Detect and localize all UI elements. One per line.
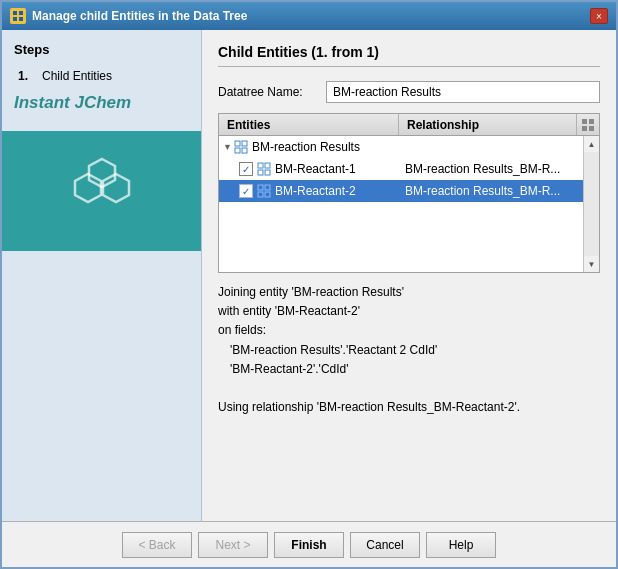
col-relationship-header: Relationship (399, 114, 577, 135)
finish-button[interactable]: Finish (274, 532, 344, 558)
sidebar: Steps 1. Child Entities Instant JChem (2, 30, 202, 521)
dialog-window: Manage child Entities in the Data Tree ×… (0, 0, 618, 569)
datatree-label: Datatree Name: (218, 85, 318, 99)
dialog-title: Manage child Entities in the Data Tree (32, 9, 247, 23)
group-name: BM-reaction Results (252, 140, 360, 154)
scroll-up-arrow[interactable]: ▲ (588, 136, 596, 152)
table-scrollbar[interactable]: ▲ ▼ (583, 136, 599, 272)
table-settings-icon[interactable] (577, 114, 599, 135)
sidebar-title: Steps (14, 42, 189, 57)
hexagon-logo-icon (67, 151, 137, 232)
svg-rect-9 (582, 126, 587, 131)
desc-line-2: with entity 'BM-Reactant-2' (218, 302, 600, 321)
svg-rect-0 (13, 11, 17, 15)
svg-rect-13 (235, 148, 240, 153)
desc-line-3: on fields: (218, 321, 600, 340)
entities-table: Entities Relationship (218, 113, 600, 273)
title-bar: Manage child Entities in the Data Tree × (2, 2, 616, 30)
dialog-icon (10, 8, 26, 24)
cancel-button[interactable]: Cancel (350, 532, 420, 558)
step-label-1: Child Entities (42, 69, 112, 83)
svg-rect-14 (242, 148, 247, 153)
table-row[interactable]: ✓ BM-Reactant-1 BM-reaction Resu (219, 158, 583, 180)
desc-line-7: Using relationship 'BM-reaction Results_… (218, 398, 600, 417)
row-1-name: BM-Reactant-1 (275, 162, 405, 176)
svg-rect-7 (582, 119, 587, 124)
row-1-relationship: BM-reaction Results_BM-R... (405, 162, 583, 176)
table-group-row[interactable]: ▼ BM-reaction Results (219, 136, 583, 158)
next-button[interactable]: Next > (198, 532, 268, 558)
datatree-name-row: Datatree Name: (218, 81, 600, 103)
row-2-name: BM-Reactant-2 (275, 184, 405, 198)
desc-line-5: 'BM-Reactant-2'.'CdId' (218, 360, 600, 379)
svg-rect-15 (258, 163, 263, 168)
scroll-track[interactable] (584, 152, 599, 256)
desc-line-4: 'BM-reaction Results'.'Reactant 2 CdId' (218, 341, 600, 360)
row-grid-icon-1 (257, 162, 271, 176)
svg-rect-11 (235, 141, 240, 146)
description-box: Joining entity 'BM-reaction Results' wit… (218, 283, 600, 507)
panel-title: Child Entities (1. from 1) (218, 44, 600, 67)
brand-label: Instant JChem (14, 85, 189, 123)
svg-rect-22 (265, 192, 270, 197)
row-2-relationship: BM-reaction Results_BM-R... (405, 184, 583, 198)
dialog-body: Steps 1. Child Entities Instant JChem (2, 30, 616, 521)
main-panel: Child Entities (1. from 1) Datatree Name… (202, 30, 616, 521)
row-grid-icon-2 (257, 184, 271, 198)
svg-rect-17 (258, 170, 263, 175)
desc-line-1: Joining entity 'BM-reaction Results' (218, 283, 600, 302)
group-grid-icon (234, 140, 248, 154)
row-checkbox-1[interactable]: ✓ (239, 162, 253, 176)
logo-area (2, 131, 201, 251)
svg-rect-8 (589, 119, 594, 124)
svg-rect-18 (265, 170, 270, 175)
table-row[interactable]: ✓ BM-Reactant-2 BM-reaction Resu (219, 180, 583, 202)
svg-rect-12 (242, 141, 247, 146)
svg-rect-1 (19, 11, 23, 15)
sidebar-step-1: 1. Child Entities (14, 67, 189, 85)
svg-rect-16 (265, 163, 270, 168)
datatree-name-input[interactable] (326, 81, 600, 103)
table-header: Entities Relationship (219, 114, 599, 136)
svg-rect-2 (13, 17, 17, 21)
dialog-footer: < Back Next > Finish Cancel Help (2, 521, 616, 567)
svg-rect-3 (19, 17, 23, 21)
step-number-1: 1. (18, 69, 38, 83)
svg-rect-21 (258, 192, 263, 197)
row-checkbox-2[interactable]: ✓ (239, 184, 253, 198)
svg-rect-20 (265, 185, 270, 190)
svg-rect-19 (258, 185, 263, 190)
scroll-down-arrow[interactable]: ▼ (588, 256, 596, 272)
back-button[interactable]: < Back (122, 532, 192, 558)
expand-icon: ▼ (223, 142, 232, 152)
svg-rect-10 (589, 126, 594, 131)
help-button[interactable]: Help (426, 532, 496, 558)
table-body: ▼ BM-reaction Results (219, 136, 583, 272)
close-button[interactable]: × (590, 8, 608, 24)
col-entities-header: Entities (219, 114, 399, 135)
